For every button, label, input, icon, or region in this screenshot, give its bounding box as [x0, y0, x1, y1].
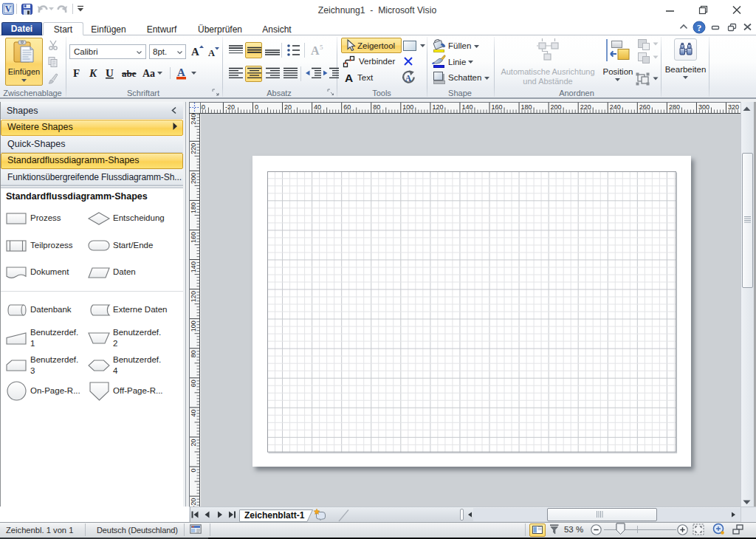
svg-text:320: 320 — [728, 103, 739, 111]
svg-text:V: V — [5, 4, 12, 14]
svg-text:F: F — [73, 67, 80, 79]
svg-text:280: 280 — [668, 103, 679, 111]
svg-text:A: A — [311, 44, 320, 57]
svg-text:80: 80 — [373, 103, 380, 111]
svg-text:-20: -20 — [224, 103, 234, 111]
svg-text:140: 140 — [461, 103, 472, 111]
svg-text:20: 20 — [189, 439, 196, 446]
svg-text:220: 220 — [189, 143, 196, 154]
svg-text:180: 180 — [520, 103, 532, 111]
svg-text:20: 20 — [284, 103, 292, 111]
svg-text:300: 300 — [698, 103, 709, 111]
svg-text:0: 0 — [255, 103, 258, 111]
svg-text:80: 80 — [189, 350, 196, 357]
svg-text:U: U — [106, 67, 114, 79]
svg-text:A: A — [191, 46, 199, 58]
svg-text:160: 160 — [189, 232, 196, 243]
svg-text:Aa: Aa — [142, 68, 155, 79]
svg-text:140: 140 — [189, 261, 196, 272]
svg-text:-40: -40 — [201, 103, 205, 111]
svg-text:A: A — [405, 74, 412, 83]
svg-text:220: 220 — [580, 103, 591, 111]
svg-text:abe: abe — [122, 68, 137, 79]
svg-text:240: 240 — [189, 114, 196, 125]
svg-text:260: 260 — [639, 103, 650, 111]
svg-text:K: K — [89, 67, 97, 79]
svg-text:A: A — [177, 66, 185, 78]
svg-text:120: 120 — [189, 291, 196, 302]
svg-text:200: 200 — [189, 173, 196, 184]
svg-text:5: 5 — [320, 44, 323, 51]
svg-text:120: 120 — [432, 103, 443, 111]
svg-text:-20: -20 — [189, 498, 196, 507]
svg-text:60: 60 — [189, 380, 196, 387]
svg-text:240: 240 — [609, 103, 620, 111]
svg-text:?: ? — [697, 23, 701, 33]
svg-text:A: A — [345, 72, 353, 84]
svg-text:100: 100 — [189, 320, 196, 332]
svg-text:160: 160 — [491, 103, 502, 111]
svg-text:200: 200 — [550, 103, 561, 111]
svg-text:40: 40 — [189, 409, 196, 416]
svg-text:A: A — [208, 48, 215, 58]
svg-text:180: 180 — [189, 202, 196, 213]
svg-text:0: 0 — [189, 469, 196, 473]
svg-text:100: 100 — [402, 103, 413, 111]
svg-text:40: 40 — [314, 103, 321, 111]
svg-text:60: 60 — [343, 103, 351, 111]
